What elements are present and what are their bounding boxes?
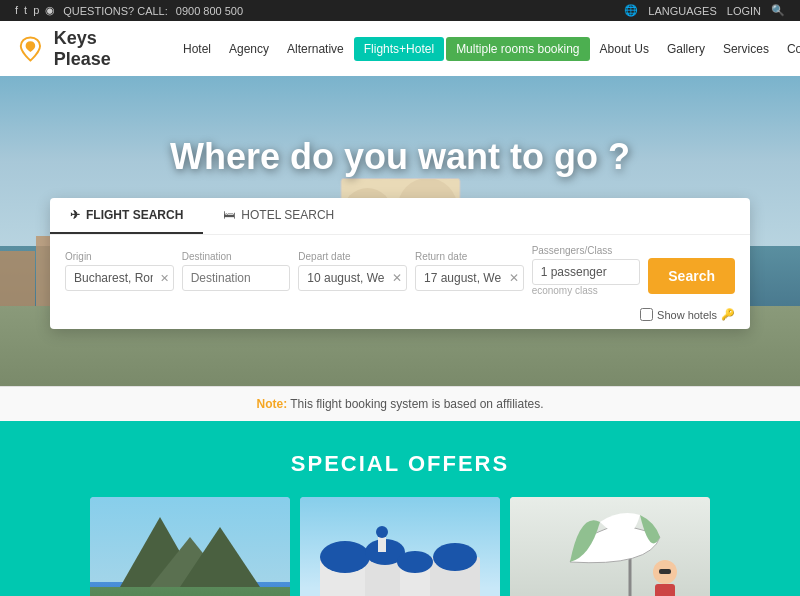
logo[interactable]: Keys Please [15,28,155,70]
hotel-search-tab[interactable]: 🛏 HOTEL SEARCH [203,198,354,234]
origin-clear-icon[interactable]: ✕ [160,271,169,284]
passengers-wrapper: 1 passenger 2 passengers 3 passengers [532,259,641,285]
svg-rect-22 [659,569,671,574]
nav-links: Hotel Agency Alternative Flights+Hotel M… [175,36,800,62]
search-tabs: ✈ FLIGHT SEARCH 🛏 HOTEL SEARCH [50,198,750,234]
nav-about[interactable]: About Us [592,36,657,62]
hotel-icon: 🛏 [223,208,235,222]
offers-grid [20,497,780,596]
search-fields: Origin ✕ Destination Depart date ✕ Retur… [50,234,750,306]
note-bar: Note: This flight booking system is base… [0,386,800,421]
info-icon: 🔑 [721,308,735,321]
show-hotels-label: Show hotels [657,309,717,321]
twitter-icon[interactable]: t [24,4,27,17]
snapchat-icon[interactable]: ◉ [45,4,55,17]
class-label: economy class [532,285,641,296]
offer-card-1[interactable] [90,497,290,596]
depart-label: Depart date [298,251,407,262]
search-icon[interactable]: 🔍 [771,4,785,17]
svg-point-13 [397,551,433,573]
nav-services[interactable]: Services [715,36,777,62]
flight-search-tab[interactable]: ✈ FLIGHT SEARCH [50,198,203,234]
login-link[interactable]: LOGIN [727,5,761,17]
destination-field-group: Destination [182,251,291,291]
return-field-group: Return date ✕ [415,251,524,291]
return-clear-icon[interactable]: ✕ [509,271,519,285]
return-label: Return date [415,251,524,262]
origin-label: Origin [65,251,174,262]
pinterest-icon[interactable]: p [33,4,39,17]
passengers-field-group: Passengers/Class 1 passenger 2 passenger… [532,245,641,296]
hero-section: Where do you want to go ? ✈ FLIGHT SEARC… [0,76,800,386]
languages-link[interactable]: LANGUAGES [648,5,716,17]
show-hotels-checkbox[interactable] [640,308,653,321]
phone-number: 0900 800 500 [176,5,243,17]
show-hotels-row: Show hotels 🔑 [50,306,750,329]
offer-card-2[interactable] [300,497,500,596]
nav-hotel[interactable]: Hotel [175,36,219,62]
nav-contact[interactable]: Contact [779,36,800,62]
plane-icon: ✈ [70,208,80,222]
return-input-wrapper: ✕ [415,265,524,291]
nav-gallery[interactable]: Gallery [659,36,713,62]
svg-point-14 [433,543,477,571]
nav-flights-hotel[interactable]: Flights+Hotel [354,37,444,61]
umbrella-svg [510,497,710,596]
logo-icon [15,33,46,65]
depart-input[interactable] [298,265,407,291]
passengers-select[interactable]: 1 passenger 2 passengers 3 passengers [532,259,641,285]
destination-label: Destination [182,251,291,262]
search-box: ✈ FLIGHT SEARCH 🛏 HOTEL SEARCH Origin ✕ … [50,198,750,329]
top-bar-right: 🌐 LANGUAGES LOGIN 🔍 [624,4,785,17]
svg-point-16 [376,526,388,538]
passengers-label: Passengers/Class [532,245,641,256]
origin-input-wrapper: ✕ [65,265,174,291]
top-bar-left: f t p ◉ QUESTIONS? CALL: 0900 800 500 [15,4,243,17]
svg-rect-21 [655,584,675,596]
note-text: This flight booking system is based on a… [290,397,543,411]
svg-rect-5 [90,587,290,596]
search-button[interactable]: Search [648,258,735,294]
note-prefix: Note: [256,397,287,411]
logo-text: Keys Please [54,28,155,70]
nav-agency[interactable]: Agency [221,36,277,62]
origin-input[interactable] [65,265,174,291]
depart-clear-icon[interactable]: ✕ [392,271,402,285]
navbar: Keys Please Hotel Agency Alternative Fli… [0,21,800,76]
offer-card-3[interactable] [510,497,710,596]
hero-title: Where do you want to go ? [170,136,630,178]
nav-multiple-rooms[interactable]: Multiple rooms booking [446,37,589,61]
social-icons: f t p ◉ [15,4,55,17]
origin-field-group: Origin ✕ [65,251,174,291]
phone-label: QUESTIONS? CALL: [63,5,168,17]
svg-point-11 [320,541,370,573]
nav-alternative[interactable]: Alternative [279,36,352,62]
santorini-svg [300,497,500,596]
destination-input[interactable] [182,265,291,291]
depart-input-wrapper: ✕ [298,265,407,291]
depart-field-group: Depart date ✕ [298,251,407,291]
return-input[interactable] [415,265,524,291]
special-offers-section: SPECIAL OFFERS [0,421,800,596]
special-offers-title: SPECIAL OFFERS [20,451,780,477]
volcano-svg [90,497,290,596]
top-bar: f t p ◉ QUESTIONS? CALL: 0900 800 500 🌐 … [0,0,800,21]
globe-icon: 🌐 [624,4,638,17]
facebook-icon[interactable]: f [15,4,18,17]
